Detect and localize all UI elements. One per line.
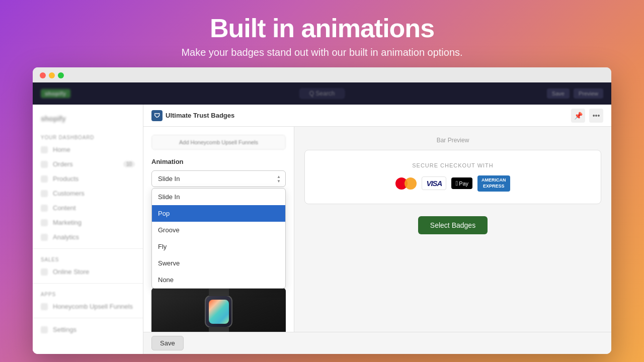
apple-logo:  — [455, 179, 458, 187]
sidebar: shopify Your dashboard Home Orders 10 Pr… — [33, 105, 143, 354]
analytics-icon — [41, 234, 48, 241]
applepay-text: Pay — [459, 180, 468, 187]
animation-label: Animation — [151, 158, 286, 165]
watch-image — [151, 288, 286, 332]
sidebar-item-customers[interactable]: Customers — [33, 186, 143, 201]
app-header-logo: 🛡 Ultimate Trust Badges — [151, 110, 234, 121]
dropdown-item-pop[interactable]: Pop — [152, 205, 285, 222]
amex-text-2: EXPRESS — [481, 184, 506, 190]
mastercard-icon — [395, 176, 417, 191]
sidebar-item-products[interactable]: Products — [33, 171, 143, 186]
visa-icon: VISA — [422, 176, 446, 190]
watch-band-bottom — [209, 327, 229, 332]
sidebar-item-marketing[interactable]: Marketing — [33, 215, 143, 230]
sidebar-item-online-store[interactable]: Online Store — [33, 264, 143, 279]
mc-circle-orange — [405, 177, 417, 190]
sidebar-home-label: Home — [53, 146, 70, 153]
orders-badge: 10 — [123, 161, 135, 167]
animation-select-wrapper: Slide In ▲ ▼ Slide In Pop Groove Fly Swe… — [151, 170, 286, 187]
watch-screen — [209, 300, 229, 324]
hero-subtitle: Make your badges stand out with our buil… — [181, 47, 462, 58]
topbar-save-btn[interactable]: Save — [547, 88, 570, 99]
save-button[interactable]: Save — [151, 336, 184, 350]
left-panel: Add Honeycomb Upsell Funnels Animation S… — [143, 127, 294, 332]
sidebar-divider-2 — [33, 283, 143, 284]
more-button[interactable]: ••• — [589, 109, 603, 123]
sidebar-marketing-label: Marketing — [53, 219, 82, 226]
dropdown-item-none[interactable]: None — [152, 272, 285, 288]
dot-fullscreen[interactable] — [58, 72, 64, 78]
sidebar-section-sales: Sales — [33, 253, 143, 264]
sidebar-divider-1 — [33, 248, 143, 249]
save-bar: Save — [143, 332, 611, 354]
watch-face — [205, 295, 232, 328]
dropdown-item-fly[interactable]: Fly — [152, 238, 285, 255]
dropdown-item-groove[interactable]: Groove — [152, 222, 285, 238]
app-name: Ultimate Trust Badges — [166, 112, 234, 119]
sidebar-logo: shopify — [33, 111, 143, 131]
browser-dots — [40, 72, 604, 78]
select-badges-button[interactable]: Select Badges — [418, 216, 488, 234]
sidebar-customers-label: Customers — [53, 190, 85, 197]
sidebar-products-label: Products — [53, 175, 78, 183]
select-arrows-icon: ▲ ▼ — [277, 174, 281, 183]
sidebar-item-honeycomb[interactable]: Honeycomb Upsell Funnels — [33, 299, 143, 314]
topbar-right: Save Preview — [547, 88, 603, 99]
bar-preview-box: SECURE CHECKOUT WITH VISA  — [304, 150, 601, 204]
sidebar-item-home[interactable]: Home — [33, 142, 143, 157]
browser-body: shopify Q Search Save Preview shopify Yo… — [33, 82, 611, 354]
upsell-banner[interactable]: Add Honeycomb Upsell Funnels — [151, 135, 286, 150]
sidebar-item-content[interactable]: Content — [33, 201, 143, 215]
sidebar-analytics-label: Analytics — [53, 233, 79, 241]
dot-minimize[interactable] — [49, 72, 55, 78]
payment-icons: VISA  Pay AMERICAN EXPRESS — [317, 175, 589, 191]
sidebar-content-label: Content — [53, 204, 76, 212]
shopify-topbar: shopify Q Search Save Preview — [33, 82, 611, 105]
orders-icon — [41, 161, 48, 168]
amex-text-1: AMERICAN — [481, 177, 506, 184]
sidebar-divider-3 — [33, 318, 143, 318]
app-header: 🛡 Ultimate Trust Badges 📌 ••• — [143, 105, 611, 127]
topbar-preview-btn[interactable]: Preview — [574, 88, 603, 99]
browser-window: shopify Q Search Save Preview shopify Yo… — [33, 67, 611, 354]
app-logo-icon: 🛡 — [151, 110, 163, 121]
home-icon — [41, 146, 48, 153]
watch-band-top — [209, 288, 229, 296]
topbar-search: Q Search — [299, 88, 345, 99]
honeycomb-icon — [41, 303, 48, 310]
customers-icon — [41, 190, 48, 197]
shopify-logo: shopify — [41, 89, 70, 98]
sidebar-item-settings[interactable]: Settings — [33, 322, 143, 337]
preview-label: Bar Preview — [304, 137, 601, 144]
sidebar-section-apps: Apps — [33, 288, 143, 299]
products-icon — [41, 175, 48, 183]
hero-title: Built in animations — [181, 14, 462, 43]
content-icon — [41, 205, 48, 212]
settings-icon — [41, 326, 48, 333]
sidebar-online-store-label: Online Store — [53, 268, 89, 276]
pin-button[interactable]: 📌 — [571, 109, 585, 123]
marketing-icon — [41, 219, 48, 226]
sidebar-item-orders[interactable]: Orders 10 — [33, 157, 143, 171]
dropdown-item-swerve[interactable]: Swerve — [152, 255, 285, 272]
store-icon — [41, 268, 48, 276]
browser-chrome — [33, 67, 611, 82]
sidebar-honeycomb-label: Honeycomb Upsell Funnels — [53, 303, 133, 310]
app-header-actions: 📌 ••• — [571, 109, 603, 123]
main-content: 🛡 Ultimate Trust Badges 📌 ••• Add Honeyc… — [143, 105, 611, 354]
right-panel: Bar Preview SECURE CHECKOUT WITH VISA — [294, 127, 611, 332]
dropdown-item-slide-in[interactable]: Slide In — [152, 189, 285, 205]
content-area: Add Honeycomb Upsell Funnels Animation S… — [143, 127, 611, 332]
secure-checkout-text: SECURE CHECKOUT WITH — [317, 162, 589, 168]
product-image-area — [151, 288, 286, 332]
dot-close[interactable] — [40, 72, 46, 78]
amex-icon: AMERICAN EXPRESS — [477, 175, 510, 191]
sidebar-settings-label: Settings — [53, 326, 76, 333]
sidebar-section-dashboard: Your dashboard — [33, 131, 143, 142]
hero-section: Built in animations Make your badges sta… — [181, 0, 462, 67]
shopify-topbar-wrapper: shopify Q Search Save Preview — [33, 82, 611, 105]
applepay-icon:  Pay — [451, 177, 472, 189]
animation-select[interactable]: Slide In — [151, 170, 286, 187]
sidebar-item-analytics[interactable]: Analytics — [33, 230, 143, 244]
sidebar-orders-label: Orders — [53, 160, 73, 168]
